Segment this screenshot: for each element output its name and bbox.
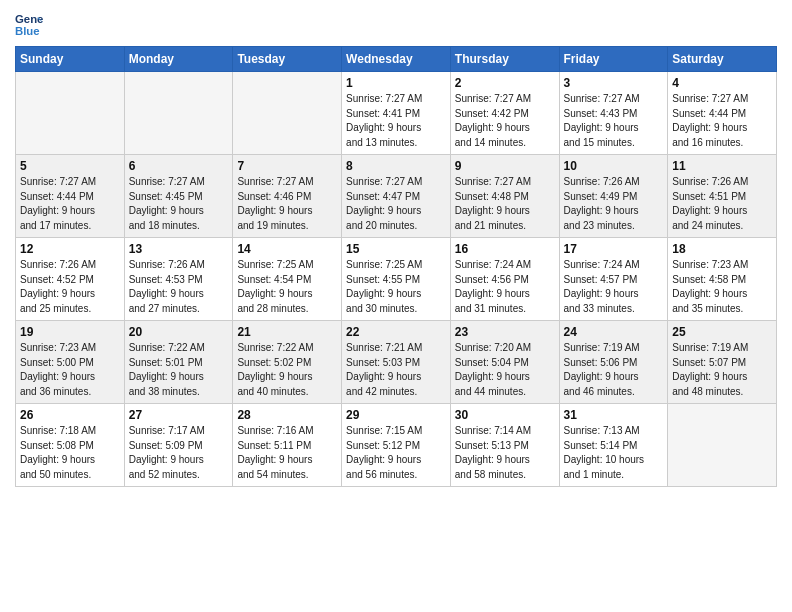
logo: General Blue xyxy=(15,10,43,38)
day-detail: Sunrise: 7:27 AM Sunset: 4:42 PM Dayligh… xyxy=(455,92,555,150)
day-number: 5 xyxy=(20,159,120,173)
day-detail: Sunrise: 7:22 AM Sunset: 5:01 PM Dayligh… xyxy=(129,341,229,399)
day-number: 12 xyxy=(20,242,120,256)
calendar-cell: 20Sunrise: 7:22 AM Sunset: 5:01 PM Dayli… xyxy=(124,321,233,404)
calendar-cell: 9Sunrise: 7:27 AM Sunset: 4:48 PM Daylig… xyxy=(450,155,559,238)
header: General Blue xyxy=(15,10,777,38)
calendar-cell: 26Sunrise: 7:18 AM Sunset: 5:08 PM Dayli… xyxy=(16,404,125,487)
day-detail: Sunrise: 7:16 AM Sunset: 5:11 PM Dayligh… xyxy=(237,424,337,482)
day-number: 28 xyxy=(237,408,337,422)
calendar-cell: 23Sunrise: 7:20 AM Sunset: 5:04 PM Dayli… xyxy=(450,321,559,404)
calendar-cell: 18Sunrise: 7:23 AM Sunset: 4:58 PM Dayli… xyxy=(668,238,777,321)
calendar-cell: 2Sunrise: 7:27 AM Sunset: 4:42 PM Daylig… xyxy=(450,72,559,155)
calendar-cell xyxy=(668,404,777,487)
day-detail: Sunrise: 7:27 AM Sunset: 4:45 PM Dayligh… xyxy=(129,175,229,233)
day-number: 7 xyxy=(237,159,337,173)
day-detail: Sunrise: 7:24 AM Sunset: 4:56 PM Dayligh… xyxy=(455,258,555,316)
day-number: 13 xyxy=(129,242,229,256)
day-number: 24 xyxy=(564,325,664,339)
weekday-header-wednesday: Wednesday xyxy=(342,47,451,72)
calendar-cell: 17Sunrise: 7:24 AM Sunset: 4:57 PM Dayli… xyxy=(559,238,668,321)
day-number: 3 xyxy=(564,76,664,90)
calendar-cell: 15Sunrise: 7:25 AM Sunset: 4:55 PM Dayli… xyxy=(342,238,451,321)
calendar-cell: 21Sunrise: 7:22 AM Sunset: 5:02 PM Dayli… xyxy=(233,321,342,404)
day-detail: Sunrise: 7:27 AM Sunset: 4:43 PM Dayligh… xyxy=(564,92,664,150)
day-number: 21 xyxy=(237,325,337,339)
day-number: 30 xyxy=(455,408,555,422)
day-detail: Sunrise: 7:14 AM Sunset: 5:13 PM Dayligh… xyxy=(455,424,555,482)
day-number: 20 xyxy=(129,325,229,339)
day-detail: Sunrise: 7:27 AM Sunset: 4:46 PM Dayligh… xyxy=(237,175,337,233)
calendar-cell: 27Sunrise: 7:17 AM Sunset: 5:09 PM Dayli… xyxy=(124,404,233,487)
day-detail: Sunrise: 7:26 AM Sunset: 4:49 PM Dayligh… xyxy=(564,175,664,233)
calendar-cell: 10Sunrise: 7:26 AM Sunset: 4:49 PM Dayli… xyxy=(559,155,668,238)
calendar-week-row: 12Sunrise: 7:26 AM Sunset: 4:52 PM Dayli… xyxy=(16,238,777,321)
day-number: 6 xyxy=(129,159,229,173)
calendar-cell: 29Sunrise: 7:15 AM Sunset: 5:12 PM Dayli… xyxy=(342,404,451,487)
day-number: 26 xyxy=(20,408,120,422)
day-number: 11 xyxy=(672,159,772,173)
calendar-cell: 24Sunrise: 7:19 AM Sunset: 5:06 PM Dayli… xyxy=(559,321,668,404)
day-number: 14 xyxy=(237,242,337,256)
day-detail: Sunrise: 7:23 AM Sunset: 5:00 PM Dayligh… xyxy=(20,341,120,399)
day-detail: Sunrise: 7:26 AM Sunset: 4:52 PM Dayligh… xyxy=(20,258,120,316)
calendar-week-row: 19Sunrise: 7:23 AM Sunset: 5:00 PM Dayli… xyxy=(16,321,777,404)
calendar-cell: 6Sunrise: 7:27 AM Sunset: 4:45 PM Daylig… xyxy=(124,155,233,238)
day-number: 2 xyxy=(455,76,555,90)
day-detail: Sunrise: 7:18 AM Sunset: 5:08 PM Dayligh… xyxy=(20,424,120,482)
calendar-cell: 7Sunrise: 7:27 AM Sunset: 4:46 PM Daylig… xyxy=(233,155,342,238)
day-detail: Sunrise: 7:27 AM Sunset: 4:44 PM Dayligh… xyxy=(20,175,120,233)
day-number: 31 xyxy=(564,408,664,422)
day-detail: Sunrise: 7:20 AM Sunset: 5:04 PM Dayligh… xyxy=(455,341,555,399)
weekday-header-saturday: Saturday xyxy=(668,47,777,72)
calendar-cell: 12Sunrise: 7:26 AM Sunset: 4:52 PM Dayli… xyxy=(16,238,125,321)
calendar-cell: 28Sunrise: 7:16 AM Sunset: 5:11 PM Dayli… xyxy=(233,404,342,487)
day-number: 4 xyxy=(672,76,772,90)
calendar-cell: 13Sunrise: 7:26 AM Sunset: 4:53 PM Dayli… xyxy=(124,238,233,321)
day-detail: Sunrise: 7:27 AM Sunset: 4:41 PM Dayligh… xyxy=(346,92,446,150)
day-detail: Sunrise: 7:27 AM Sunset: 4:47 PM Dayligh… xyxy=(346,175,446,233)
calendar-table: SundayMondayTuesdayWednesdayThursdayFrid… xyxy=(15,46,777,487)
weekday-header-friday: Friday xyxy=(559,47,668,72)
day-detail: Sunrise: 7:25 AM Sunset: 4:54 PM Dayligh… xyxy=(237,258,337,316)
calendar-cell: 11Sunrise: 7:26 AM Sunset: 4:51 PM Dayli… xyxy=(668,155,777,238)
calendar-cell: 5Sunrise: 7:27 AM Sunset: 4:44 PM Daylig… xyxy=(16,155,125,238)
day-detail: Sunrise: 7:27 AM Sunset: 4:44 PM Dayligh… xyxy=(672,92,772,150)
day-detail: Sunrise: 7:22 AM Sunset: 5:02 PM Dayligh… xyxy=(237,341,337,399)
calendar-cell: 1Sunrise: 7:27 AM Sunset: 4:41 PM Daylig… xyxy=(342,72,451,155)
day-number: 27 xyxy=(129,408,229,422)
calendar-cell: 14Sunrise: 7:25 AM Sunset: 4:54 PM Dayli… xyxy=(233,238,342,321)
day-number: 29 xyxy=(346,408,446,422)
day-number: 10 xyxy=(564,159,664,173)
calendar-week-row: 5Sunrise: 7:27 AM Sunset: 4:44 PM Daylig… xyxy=(16,155,777,238)
day-number: 18 xyxy=(672,242,772,256)
calendar-week-row: 1Sunrise: 7:27 AM Sunset: 4:41 PM Daylig… xyxy=(16,72,777,155)
weekday-header-sunday: Sunday xyxy=(16,47,125,72)
day-number: 8 xyxy=(346,159,446,173)
day-number: 19 xyxy=(20,325,120,339)
weekday-header-row: SundayMondayTuesdayWednesdayThursdayFrid… xyxy=(16,47,777,72)
calendar-cell xyxy=(16,72,125,155)
calendar-cell: 30Sunrise: 7:14 AM Sunset: 5:13 PM Dayli… xyxy=(450,404,559,487)
day-number: 22 xyxy=(346,325,446,339)
day-detail: Sunrise: 7:25 AM Sunset: 4:55 PM Dayligh… xyxy=(346,258,446,316)
day-detail: Sunrise: 7:15 AM Sunset: 5:12 PM Dayligh… xyxy=(346,424,446,482)
calendar-week-row: 26Sunrise: 7:18 AM Sunset: 5:08 PM Dayli… xyxy=(16,404,777,487)
calendar-cell: 16Sunrise: 7:24 AM Sunset: 4:56 PM Dayli… xyxy=(450,238,559,321)
day-detail: Sunrise: 7:19 AM Sunset: 5:06 PM Dayligh… xyxy=(564,341,664,399)
day-number: 17 xyxy=(564,242,664,256)
weekday-header-tuesday: Tuesday xyxy=(233,47,342,72)
weekday-header-monday: Monday xyxy=(124,47,233,72)
day-detail: Sunrise: 7:17 AM Sunset: 5:09 PM Dayligh… xyxy=(129,424,229,482)
calendar-cell: 19Sunrise: 7:23 AM Sunset: 5:00 PM Dayli… xyxy=(16,321,125,404)
day-detail: Sunrise: 7:26 AM Sunset: 4:51 PM Dayligh… xyxy=(672,175,772,233)
day-detail: Sunrise: 7:23 AM Sunset: 4:58 PM Dayligh… xyxy=(672,258,772,316)
logo-icon: General Blue xyxy=(15,10,43,38)
calendar-cell: 22Sunrise: 7:21 AM Sunset: 5:03 PM Dayli… xyxy=(342,321,451,404)
calendar-cell: 25Sunrise: 7:19 AM Sunset: 5:07 PM Dayli… xyxy=(668,321,777,404)
day-detail: Sunrise: 7:13 AM Sunset: 5:14 PM Dayligh… xyxy=(564,424,664,482)
calendar-cell xyxy=(124,72,233,155)
day-detail: Sunrise: 7:24 AM Sunset: 4:57 PM Dayligh… xyxy=(564,258,664,316)
day-number: 25 xyxy=(672,325,772,339)
calendar-cell: 31Sunrise: 7:13 AM Sunset: 5:14 PM Dayli… xyxy=(559,404,668,487)
